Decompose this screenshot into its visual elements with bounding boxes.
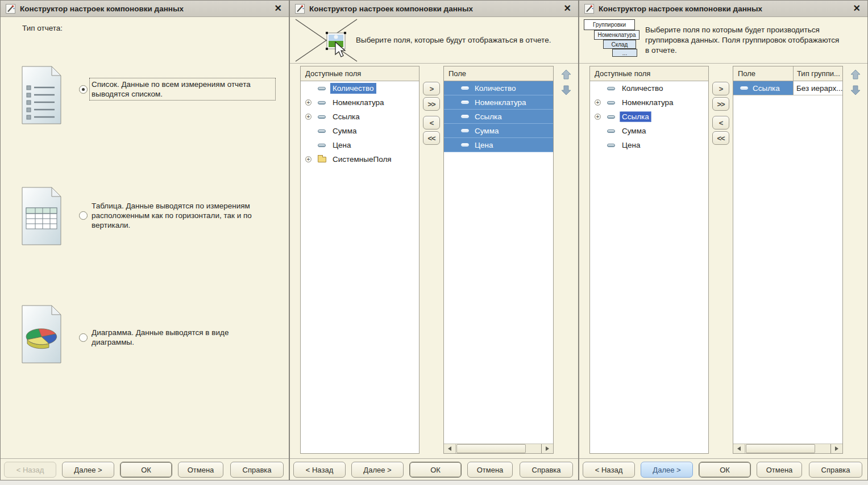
- selected-field-row[interactable]: Номенклатура: [444, 95, 553, 110]
- wizard-window-step1: Конструктор настроек компоновки данных ✕…: [0, 0, 289, 480]
- close-icon[interactable]: ✕: [273, 3, 284, 14]
- grouping-row[interactable]: Ссылка Без иерарх...: [733, 81, 842, 95]
- move-up-icon[interactable]: [849, 68, 862, 81]
- tree-item-label[interactable]: Количество: [620, 83, 666, 94]
- titlebar[interactable]: Конструктор настроек компоновки данных ✕: [579, 1, 867, 17]
- option-chart[interactable]: Диаграмма. Данные выводятся в виде диагр…: [79, 327, 275, 348]
- move-right-button[interactable]: >: [712, 82, 729, 95]
- tree-item-label[interactable]: Сумма: [620, 126, 648, 136]
- next-button[interactable]: Далее >: [62, 462, 114, 478]
- field-icon: [318, 144, 326, 147]
- move-up-icon[interactable]: [559, 68, 573, 81]
- tree-item[interactable]: Номенклатура: [301, 95, 419, 110]
- column-group-type[interactable]: Тип группи...: [794, 66, 840, 81]
- tree-item-label[interactable]: Сумма: [330, 126, 359, 136]
- cancel-button[interactable]: Отмена: [467, 462, 513, 478]
- ok-button[interactable]: ОК: [699, 462, 751, 478]
- info-strip: Группировки Номенклатура Склад ... Выбер…: [579, 17, 867, 64]
- tree-item-label[interactable]: Ссылка: [330, 111, 362, 122]
- selected-field-row[interactable]: Цена: [444, 138, 553, 152]
- radio-chart[interactable]: [79, 333, 88, 342]
- expand-plus-icon[interactable]: [305, 156, 312, 162]
- scroll-right-icon[interactable]: [541, 444, 553, 453]
- ok-button[interactable]: ОК: [120, 462, 172, 478]
- option-table-label[interactable]: Таблица. Данные выводятся по измерениям …: [90, 200, 275, 231]
- scroll-left-icon[interactable]: [733, 444, 745, 453]
- option-chart-label[interactable]: Диаграмма. Данные выводятся в виде диагр…: [90, 327, 275, 348]
- expand-plus-icon[interactable]: [305, 99, 312, 106]
- list-document-icon: [19, 65, 64, 125]
- move-all-right-button[interactable]: >>: [712, 97, 729, 111]
- horizontal-scrollbar[interactable]: [444, 444, 553, 453]
- titlebar[interactable]: Конструктор настроек компоновки данных ✕: [1, 1, 289, 17]
- scroll-left-icon[interactable]: [444, 444, 456, 453]
- desktop-strip: [0, 481, 868, 485]
- field-icon: [607, 115, 615, 119]
- move-right-button[interactable]: >: [423, 82, 440, 95]
- radio-table[interactable]: [79, 211, 88, 220]
- move-left-button[interactable]: <: [423, 116, 440, 129]
- back-button[interactable]: < Назад: [583, 462, 635, 478]
- tree-item[interactable]: Цена: [301, 138, 419, 152]
- horizontal-scrollbar[interactable]: [733, 444, 842, 453]
- tree-item[interactable]: Сумма: [590, 124, 708, 138]
- option-list[interactable]: Список. Данные по всем измерениям отчета…: [79, 78, 275, 100]
- scroll-right-icon[interactable]: [830, 444, 842, 453]
- available-fields-header: Доступные поля: [301, 66, 419, 81]
- option-table[interactable]: Таблица. Данные выводятся по измерениям …: [79, 200, 275, 231]
- grouping-type-cell[interactable]: Без иерарх...: [794, 81, 842, 95]
- expand-plus-icon[interactable]: [595, 114, 601, 120]
- titlebar[interactable]: Конструктор настроек компоновки данных ✕: [290, 1, 578, 17]
- wizard-window-step3: Конструктор настроек компоновки данных ✕…: [579, 0, 868, 480]
- selected-field-row[interactable]: Ссылка: [444, 110, 553, 124]
- tree-item[interactable]: Количество: [590, 81, 708, 95]
- expand-plus-icon[interactable]: [305, 114, 312, 120]
- move-down-icon[interactable]: [849, 83, 862, 97]
- tree-item-label[interactable]: Цена: [620, 140, 642, 150]
- move-down-icon[interactable]: [559, 83, 573, 97]
- next-button[interactable]: Далее >: [351, 462, 404, 478]
- move-all-left-button[interactable]: <<: [423, 131, 440, 145]
- scrollbar-thumb[interactable]: [456, 444, 526, 453]
- tree-item-label[interactable]: Цена: [330, 140, 353, 150]
- option-list-label[interactable]: Список. Данные по всем измерениям отчета…: [90, 78, 275, 100]
- move-all-right-button[interactable]: >>: [423, 97, 440, 111]
- tree-item[interactable]: Номенклатура: [590, 95, 708, 110]
- tree-item-label[interactable]: Ссылка: [620, 111, 651, 122]
- tree-item[interactable]: Количество: [301, 81, 419, 95]
- tree-item[interactable]: СистемныеПоля: [301, 152, 419, 166]
- radio-list[interactable]: [79, 85, 88, 94]
- step3-instruction: Выберите поля по которым будет производи…: [645, 17, 862, 63]
- step2-instruction: Выберите поля, которые будут отображатьс…: [356, 17, 572, 63]
- tree-item-label[interactable]: Номенклатура: [330, 97, 387, 108]
- tree-item[interactable]: Ссылка: [301, 110, 419, 124]
- selected-field-row[interactable]: Сумма: [444, 124, 553, 138]
- back-button[interactable]: < Назад: [4, 462, 56, 478]
- cancel-button[interactable]: Отмена: [178, 462, 223, 478]
- tree-item[interactable]: Сумма: [301, 124, 419, 138]
- footer-buttonbar: < Назад Далее > ОК Отмена Справка: [579, 458, 867, 480]
- tree-item[interactable]: Ссылка: [590, 110, 708, 124]
- cancel-button[interactable]: Отмена: [757, 462, 802, 478]
- move-all-left-button[interactable]: <<: [712, 131, 729, 145]
- tree-item-label[interactable]: Количество: [330, 83, 376, 94]
- expand-plus-icon[interactable]: [595, 99, 601, 106]
- scrollbar-thumb[interactable]: [746, 444, 815, 453]
- move-left-button[interactable]: <: [712, 116, 729, 129]
- back-button[interactable]: < Назад: [293, 462, 346, 478]
- grouping-field-cell[interactable]: Ссылка: [733, 81, 794, 95]
- tree-item-label[interactable]: СистемныеПоля: [330, 154, 394, 165]
- close-icon[interactable]: ✕: [852, 3, 862, 14]
- help-button[interactable]: Справка: [520, 462, 573, 478]
- ok-button[interactable]: ОК: [409, 462, 462, 478]
- tree-item[interactable]: Цена: [590, 138, 708, 152]
- tree-item-label[interactable]: Номенклатура: [620, 97, 676, 108]
- field-icon: [461, 101, 469, 104]
- help-button[interactable]: Справка: [230, 462, 284, 478]
- next-button[interactable]: Далее >: [641, 462, 693, 478]
- field-icon: [461, 129, 469, 132]
- selected-field-row[interactable]: Количество: [444, 81, 553, 95]
- close-icon[interactable]: ✕: [562, 3, 573, 14]
- column-field[interactable]: Поле: [733, 66, 794, 81]
- help-button[interactable]: Справка: [809, 462, 862, 478]
